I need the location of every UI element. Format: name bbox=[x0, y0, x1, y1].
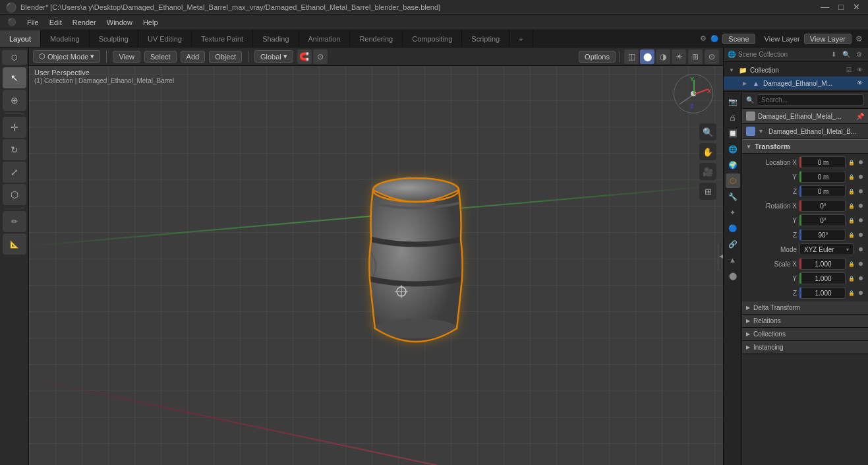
material-preview-icon[interactable]: ◑ bbox=[656, 49, 670, 64]
search-gizmo-btn[interactable]: 🔍 bbox=[699, 123, 716, 140]
modifier-properties-icon[interactable]: 🔧 bbox=[726, 189, 740, 204]
collection-checkbox-icon[interactable]: ☑ bbox=[844, 65, 854, 75]
camera-gizmo-btn[interactable]: 🎥 bbox=[699, 163, 716, 180]
render-properties-icon[interactable]: 📷 bbox=[726, 94, 740, 109]
transform-section-header[interactable]: ▼ Transform bbox=[742, 139, 868, 154]
view-layer-field[interactable]: View Layer bbox=[804, 34, 852, 44]
rendered-icon[interactable]: ☀ bbox=[672, 49, 686, 64]
proportional-edit-icon[interactable]: ⊙ bbox=[313, 49, 328, 64]
settings-icon[interactable]: ⚙ bbox=[855, 34, 863, 44]
measure-tool[interactable]: 📐 bbox=[3, 233, 26, 255]
scene-properties-icon[interactable]: 🌐 bbox=[726, 142, 740, 156]
scale-y-field[interactable]: 1.000 bbox=[799, 272, 846, 284]
outliner-object-row[interactable]: ▶ ▲ Damaged_Ethanol_M... 👁 bbox=[724, 77, 868, 90]
transform-tool[interactable]: ⬡ bbox=[3, 184, 26, 205]
annotate-tool[interactable]: ✏ bbox=[3, 211, 26, 232]
tab-shading[interactable]: Shading bbox=[253, 30, 299, 47]
output-properties-icon[interactable]: 🖨 bbox=[726, 110, 740, 125]
tab-modeling[interactable]: Modeling bbox=[41, 30, 90, 47]
scale-z-lock[interactable]: 🔒 bbox=[848, 290, 855, 296]
tab-rendering[interactable]: Rendering bbox=[350, 30, 403, 47]
gizmo-toggle[interactable]: ⊙ bbox=[705, 49, 719, 64]
move-tool[interactable]: ✛ bbox=[3, 117, 26, 138]
object-eye-icon[interactable]: 👁 bbox=[855, 78, 864, 88]
options-button[interactable]: Options bbox=[579, 51, 616, 63]
rotation-z-field[interactable]: 90° bbox=[799, 229, 846, 241]
collections-header[interactable]: ▶ Collections bbox=[742, 328, 868, 341]
tab-scripting[interactable]: Scripting bbox=[462, 30, 509, 47]
cursor-tool[interactable]: ⊕ bbox=[3, 90, 26, 111]
viewport-gizmo[interactable]: X Y Z bbox=[670, 71, 716, 117]
menu-blender[interactable]: ⚫ bbox=[3, 16, 21, 28]
view-layer-properties-icon[interactable]: 🔲 bbox=[726, 126, 740, 140]
scale-y-lock[interactable]: 🔒 bbox=[848, 276, 855, 282]
select-menu-button[interactable]: Select bbox=[144, 51, 177, 63]
collection-expand-icon[interactable]: ▼ bbox=[728, 66, 736, 74]
particles-properties-icon[interactable]: ✦ bbox=[726, 205, 740, 220]
grid-gizmo-btn[interactable]: ⊞ bbox=[699, 183, 716, 200]
constraints-properties-icon[interactable]: 🔗 bbox=[726, 237, 740, 251]
rotation-y-field[interactable]: 0° bbox=[799, 214, 846, 226]
menu-file[interactable]: File bbox=[22, 17, 43, 28]
tab-layout[interactable]: Layout bbox=[0, 30, 41, 47]
outliner-filter-btn[interactable]: ⬇ bbox=[828, 49, 839, 60]
minimize-button[interactable]: — bbox=[818, 2, 832, 12]
snap-icon[interactable]: 🧲 bbox=[297, 49, 312, 64]
rotation-mode-select[interactable]: XYZ Euler ▾ bbox=[799, 243, 854, 255]
scale-z-field[interactable]: 1.000 bbox=[799, 287, 846, 299]
gizmo-circle[interactable]: X Y Z bbox=[674, 74, 713, 113]
add-menu-button[interactable]: Add bbox=[181, 51, 206, 63]
object-expand-icon[interactable]: ▶ bbox=[741, 79, 749, 87]
data-properties-icon[interactable]: ▲ bbox=[726, 253, 740, 267]
collection-eye-icon[interactable]: 👁 bbox=[855, 65, 864, 75]
view-menu-button[interactable]: View bbox=[113, 51, 140, 63]
rotation-y-lock[interactable]: 🔒 bbox=[848, 218, 855, 224]
select-tool[interactable]: ↖ bbox=[3, 67, 26, 88]
object-mode-button[interactable]: ⬡ Object Mode ▾ bbox=[33, 50, 100, 63]
location-x-field[interactable]: 0 m bbox=[799, 156, 846, 168]
tab-animation[interactable]: Animation bbox=[299, 30, 351, 47]
wireframe-icon[interactable]: ◫ bbox=[624, 49, 639, 64]
transform-global-button[interactable]: Global ▾ bbox=[254, 50, 293, 63]
relations-header[interactable]: ▶ Relations bbox=[742, 315, 868, 328]
object-properties-icon[interactable]: ⬡ bbox=[726, 173, 740, 188]
instancing-header[interactable]: ▶ Instancing bbox=[742, 341, 868, 354]
location-z-lock[interactable]: 🔒 bbox=[848, 189, 855, 195]
physics-properties-icon[interactable]: 🔵 bbox=[726, 221, 740, 235]
menu-window[interactable]: Window bbox=[102, 17, 137, 28]
world-properties-icon[interactable]: 🌍 bbox=[726, 158, 740, 172]
solid-shading-icon[interactable]: ⬤ bbox=[640, 49, 654, 64]
rotation-z-lock[interactable]: 🔒 bbox=[848, 232, 855, 238]
rotation-x-field[interactable]: 0° bbox=[799, 200, 846, 212]
outliner-search-btn[interactable]: 🔍 bbox=[841, 49, 852, 60]
scale-x-lock[interactable]: 🔒 bbox=[848, 261, 855, 267]
scene-name-field[interactable]: Scene bbox=[722, 34, 755, 44]
delta-transform-header[interactable]: ▶ Delta Transform bbox=[742, 301, 868, 315]
menu-render[interactable]: Render bbox=[68, 17, 101, 28]
location-y-field[interactable]: 0 m bbox=[799, 171, 846, 183]
tab-uv-editing[interactable]: UV Editing bbox=[138, 30, 192, 47]
obj-data-dropdown[interactable]: ▼ bbox=[758, 128, 764, 135]
viewport-3d[interactable]: ⬡ Object Mode ▾ View Select Add Object G… bbox=[29, 47, 723, 465]
titlebar-controls[interactable]: — □ ✕ bbox=[818, 2, 863, 12]
location-y-lock[interactable]: 🔒 bbox=[848, 174, 855, 180]
tab-texture-paint[interactable]: Texture Paint bbox=[192, 30, 253, 47]
rotate-tool[interactable]: ↻ bbox=[3, 139, 26, 160]
scale-x-field[interactable]: 1.000 bbox=[799, 258, 846, 270]
menu-help[interactable]: Help bbox=[138, 17, 163, 28]
scale-tool[interactable]: ⤢ bbox=[3, 162, 26, 183]
outliner-collection-row[interactable]: ▼ 📁 Collection ☑ 👁 bbox=[724, 63, 868, 77]
object-menu-button[interactable]: Object bbox=[209, 51, 242, 63]
mode-selector[interactable]: ⬡ bbox=[2, 50, 27, 65]
tab-sculpting[interactable]: Sculpting bbox=[90, 30, 138, 47]
tab-compositing[interactable]: Compositing bbox=[403, 30, 462, 47]
location-x-lock[interactable]: 🔒 bbox=[848, 160, 855, 166]
barrel-object[interactable] bbox=[350, 160, 482, 353]
menu-edit[interactable]: Edit bbox=[45, 17, 67, 28]
overlay-toggle[interactable]: ⊞ bbox=[688, 49, 703, 64]
material-properties-icon[interactable]: ⬤ bbox=[726, 268, 740, 283]
pin-icon[interactable]: 📌 bbox=[856, 113, 864, 120]
properties-search-input[interactable] bbox=[757, 94, 864, 106]
close-button[interactable]: ✕ bbox=[850, 2, 863, 12]
panel-collapse-btn[interactable]: ◀ bbox=[718, 243, 723, 270]
